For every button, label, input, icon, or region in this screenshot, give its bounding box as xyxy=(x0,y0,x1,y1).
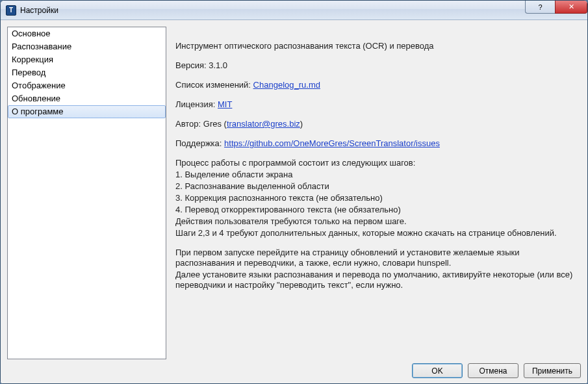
steps-block: Процесс работы с программой состоит из с… xyxy=(175,158,578,238)
first-run-1: При первом запуске перейдите на страницу… xyxy=(175,248,578,268)
author-tail: ) xyxy=(300,119,303,129)
about-version: Версия: 3.1.0 xyxy=(175,60,578,71)
about-license: Лицензия: MIT xyxy=(175,99,578,110)
about-description: Инструмент оптического распознавания тек… xyxy=(175,41,578,51)
client-area: Основное Распознавание Коррекция Перевод… xyxy=(1,20,587,383)
author-label: Автор: Gres ( xyxy=(175,119,227,129)
version-label: Версия: xyxy=(175,60,209,70)
about-panel: Инструмент оптического распознавания тек… xyxy=(175,27,581,359)
settings-window: T Настройки ? ✕ Основное Распознавание К… xyxy=(0,0,588,384)
cancel-button[interactable]: Отмена xyxy=(468,363,518,378)
step-4: 4. Перевод откорректированного текста (н… xyxy=(175,205,578,215)
sidebar-item-about[interactable]: О программе xyxy=(8,105,166,118)
license-link[interactable]: MIT xyxy=(218,99,232,109)
license-label: Лицензия: xyxy=(175,99,218,109)
window-title: Настройки xyxy=(20,6,58,15)
titlebar: T Настройки ? ✕ xyxy=(1,1,587,20)
steps-note-1: Действия пользователя требуются только н… xyxy=(175,216,578,227)
sidebar-item-display[interactable]: Отображение xyxy=(8,79,166,92)
content-row: Основное Распознавание Коррекция Перевод… xyxy=(7,27,581,359)
about-support: Поддержка: https://github.com/OneMoreGre… xyxy=(175,138,578,149)
sidebar-item-update[interactable]: Обновление xyxy=(8,92,166,105)
support-label: Поддержка: xyxy=(175,138,224,148)
first-run-2: Далее установите языки распознавания и п… xyxy=(175,270,578,290)
support-link[interactable]: https://github.com/OneMoreGres/ScreenTra… xyxy=(224,138,440,148)
sidebar-item-recognition[interactable]: Распознавание xyxy=(8,40,166,53)
about-changelog: Список изменений: Changelog_ru.md xyxy=(175,80,578,90)
author-email-link[interactable]: translator@gres.biz xyxy=(227,119,300,129)
version-value: 3.1.0 xyxy=(209,60,227,70)
step-2: 2. Распознавание выделенной области xyxy=(175,181,578,192)
sidebar-item-translation[interactable]: Перевод xyxy=(8,66,166,79)
help-button[interactable]: ? xyxy=(525,1,555,14)
dialog-buttons: OK Отмена Применить xyxy=(7,359,581,378)
about-author: Автор: Gres (translator@gres.biz) xyxy=(175,119,578,129)
ok-button[interactable]: OK xyxy=(412,363,463,378)
step-1: 1. Выделение области экрана xyxy=(175,170,578,180)
first-run-block: При первом запуске перейдите на страницу… xyxy=(175,248,578,290)
sidebar-item-correction[interactable]: Коррекция xyxy=(8,53,166,66)
window-controls: ? ✕ xyxy=(525,1,587,14)
sidebar: Основное Распознавание Коррекция Перевод… xyxy=(7,27,166,359)
changelog-label: Список изменений: xyxy=(175,80,253,90)
close-button[interactable]: ✕ xyxy=(555,1,587,14)
apply-button[interactable]: Применить xyxy=(524,363,581,378)
steps-intro: Процесс работы с программой состоит из с… xyxy=(175,158,578,168)
step-3: 3. Коррекция распознанного текста (не об… xyxy=(175,193,578,203)
app-icon: T xyxy=(6,5,16,16)
help-icon: ? xyxy=(538,3,542,11)
sidebar-item-general[interactable]: Основное xyxy=(8,27,166,40)
changelog-link[interactable]: Changelog_ru.md xyxy=(253,80,320,90)
close-icon: ✕ xyxy=(569,3,574,11)
steps-note-2: Шаги 2,3 и 4 требуют дополнительных данн… xyxy=(175,228,578,238)
